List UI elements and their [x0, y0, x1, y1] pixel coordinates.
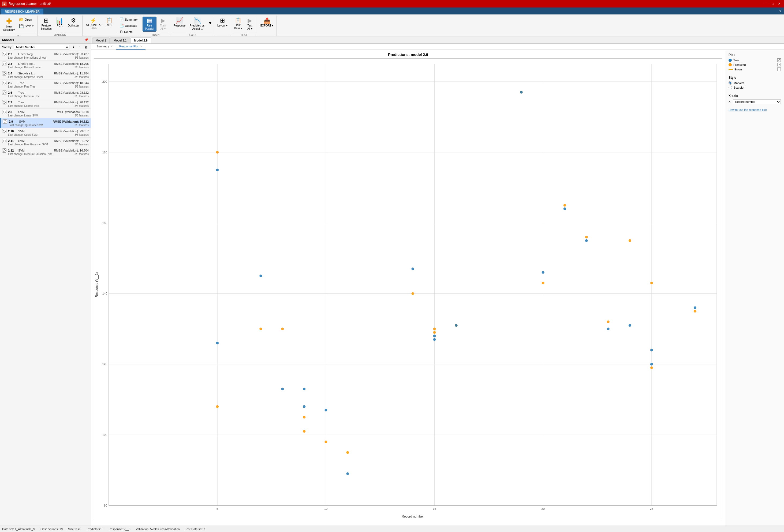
predicted-point — [650, 366, 653, 369]
train-all-button[interactable]: ▶ TrainAll ▾ — [158, 17, 168, 32]
svg-text:100: 100 — [102, 433, 107, 436]
model-item[interactable]: ◯ 2.2 Linear Reg... RMSE (Validation): 5… — [0, 51, 91, 60]
feature-selection-button[interactable]: ⊞ FeatureSelection — [39, 17, 53, 32]
model-number: 2.3 — [8, 62, 17, 65]
model-tab-model-2.1[interactable]: Model 2.1 — [110, 37, 130, 43]
model-change: Last change: Coarse Tree — [8, 105, 39, 107]
model-item[interactable]: ◯ 2.8 SVM RMSE (Validation): 13.18 Last … — [0, 109, 91, 118]
sort-asc-button[interactable]: ↑ — [78, 45, 82, 50]
model-change: Last change: Linear SVM — [8, 114, 38, 117]
scatter-chart: 80100120140160180200510152025Record numb… — [94, 59, 722, 519]
model-tab-model-1[interactable]: Model 1 — [92, 37, 110, 43]
sort-info-button[interactable]: ℹ — [71, 45, 76, 50]
boxplot-radio[interactable] — [729, 86, 732, 89]
minimize-button[interactable]: — — [764, 2, 769, 6]
sub-tabs: Summary✕Response Plot✕ — [91, 43, 784, 50]
xaxis-x-label: X: — [729, 100, 731, 104]
svg-text:160: 160 — [102, 221, 107, 225]
use-parallel-button[interactable]: ▦ UseParallel — [143, 17, 157, 32]
duplicate-button[interactable]: 📑Duplicate — [118, 23, 139, 28]
model-item[interactable]: ◯ 2.4 Stepwise L... RMSE (Validation): 1… — [0, 70, 91, 80]
true-legend-dot — [729, 59, 732, 62]
sort-delete-button[interactable]: 🗑 — [84, 45, 89, 50]
sub-tab-close[interactable]: ✕ — [140, 45, 142, 48]
pca-button[interactable]: 📊 PCA — [54, 17, 65, 28]
model-rmse: RMSE (Validation): 53.427 — [54, 53, 89, 56]
sub-tab-summary[interactable]: Summary✕ — [93, 43, 116, 50]
model-change: Last change: Robust Linear — [8, 66, 41, 69]
true-legend-check[interactable]: ✓ — [777, 58, 781, 62]
true-point — [259, 275, 262, 277]
sub-tab-response-plot[interactable]: Response Plot✕ — [116, 43, 145, 50]
model-change: Last change: Medium Gaussian SVM — [8, 153, 52, 155]
markers-radio-row[interactable]: Markers — [729, 81, 781, 85]
test-data-button[interactable]: 📋 TestData ▾ — [232, 17, 244, 31]
svg-text:Response (V__3): Response (V__3) — [95, 272, 99, 297]
true-point — [650, 363, 653, 365]
open-button[interactable]: 📂Open — [18, 17, 35, 23]
model-item[interactable]: ◯ 2.7 Tree RMSE (Validation): 28.122 Las… — [0, 99, 91, 109]
model-item[interactable]: ◯ 2.6 Tree RMSE (Validation): 28.122 Las… — [0, 89, 91, 99]
maximize-button[interactable]: □ — [770, 2, 776, 6]
true-point — [216, 169, 219, 171]
sub-tab-label: Summary — [96, 45, 109, 48]
sub-tab-close[interactable]: ✕ — [111, 45, 113, 48]
predicted-legend-dot — [729, 63, 732, 66]
ribbon-group-export: 📤 EXPORT ▾ — [257, 16, 277, 36]
model-tab-model-2.9[interactable]: Model 2.9 — [131, 37, 151, 43]
model-item[interactable]: ◯ 2.3 Linear Reg... RMSE (Validation): 1… — [0, 60, 91, 70]
model-item[interactable]: ◯ 2.5 Tree RMSE (Validation): 18.944 Las… — [0, 80, 91, 89]
plot-main: Predictions: model 2.9 80100120140160180… — [91, 50, 725, 526]
content-area: Model 1Model 2.1Model 2.9 Summary✕Respon… — [91, 36, 784, 526]
svg-text:10: 10 — [324, 507, 328, 510]
predicted-legend-check[interactable]: ✓ — [777, 63, 781, 66]
model-type: Tree — [18, 91, 53, 94]
model-rmse: RMSE (Validation): 10.822 — [53, 120, 89, 123]
optimizer-button[interactable]: ⚙ Optimizer — [66, 17, 81, 28]
delete-button[interactable]: 🗑Delete — [118, 29, 139, 34]
all-quick-to-train-button[interactable]: ⚡ All Quick-To-Train — [84, 17, 103, 31]
close-button[interactable]: ✕ — [777, 2, 782, 6]
regression-learner-tab[interactable]: REGRESSION LEARNER — [1, 8, 44, 14]
xaxis-select[interactable]: Record number — [733, 99, 781, 104]
true-point — [607, 327, 610, 330]
save-button[interactable]: 💾Save ▾ — [18, 23, 35, 29]
markers-radio[interactable] — [729, 81, 732, 85]
true-point — [303, 405, 305, 408]
sidebar-pin-button[interactable]: 📌 — [84, 37, 89, 42]
layout-button[interactable]: ⊞ Layout ▾ — [216, 17, 229, 28]
true-point — [542, 271, 544, 274]
predicted-point — [216, 151, 219, 154]
model-item[interactable]: ◯ 2.9 SVM RMSE (Validation): 10.822 Last… — [0, 118, 91, 128]
legend-errors-row: Errors — [729, 67, 781, 71]
ribbon-tab-bar: REGRESSION LEARNER ? — [0, 7, 784, 14]
model-type: Stepwise L... — [18, 72, 53, 75]
summary-button[interactable]: 📄Summary — [118, 17, 139, 22]
test-all-button[interactable]: ▶ TestAll ▾ — [245, 17, 255, 32]
predicted-point — [563, 204, 566, 207]
help-button[interactable]: ? — [777, 8, 783, 14]
model-item[interactable]: ◯ 2.10 SVM RMSE (Validation): 2375.7 Las… — [0, 128, 91, 138]
model-features: 3/5 features — [75, 143, 89, 146]
model-item[interactable]: ◯ 2.11 SVM RMSE (Validation): 21.072 Las… — [0, 138, 91, 147]
sidebar: Models 📌 Sort by: Model Number RMSE ℹ ↑ … — [0, 36, 91, 526]
export-button[interactable]: 📤 EXPORT ▾ — [259, 17, 275, 28]
predicted-point — [650, 282, 653, 284]
errors-legend-check[interactable] — [777, 67, 781, 71]
predicted-point — [325, 441, 327, 443]
all-models-button[interactable]: 📋 All ▾ — [104, 17, 114, 28]
predicted-vs-actual-button[interactable]: 📉 Predicted vs.Actual ... — [188, 17, 207, 32]
new-session-button[interactable]: ✚ NewSession ▾ — [2, 17, 16, 33]
model-item[interactable]: ◯ 2.12 SVM RMSE (Validation): 16.704 Las… — [0, 147, 91, 157]
status-bar: Data set: 1_Almatinski_V Observations: 1… — [0, 526, 784, 532]
sort-label: Sort by: — [2, 46, 12, 49]
ribbon-group-plots: 📈 Response 📉 Predicted vs.Actual ... ▾ P… — [170, 16, 214, 36]
boxplot-radio-row[interactable]: Box plot — [729, 86, 781, 89]
model-icon: ◯ — [2, 139, 6, 143]
response-button[interactable]: 📈 Response — [172, 17, 187, 28]
plot-container: 80100120140160180200510152025Record numb… — [94, 58, 722, 519]
help-link[interactable]: How to use the response plot — [729, 108, 766, 111]
sort-select[interactable]: Model Number RMSE — [14, 45, 69, 50]
plots-more-button[interactable]: ▾ — [208, 17, 212, 27]
svg-text:Record number: Record number — [402, 514, 424, 518]
